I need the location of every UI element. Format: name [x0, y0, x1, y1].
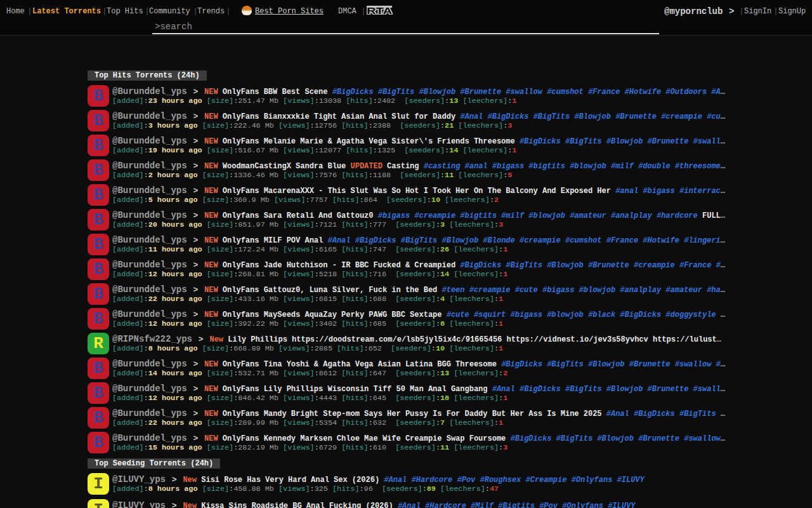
svg-text:RTA: RTA — [367, 5, 392, 15]
